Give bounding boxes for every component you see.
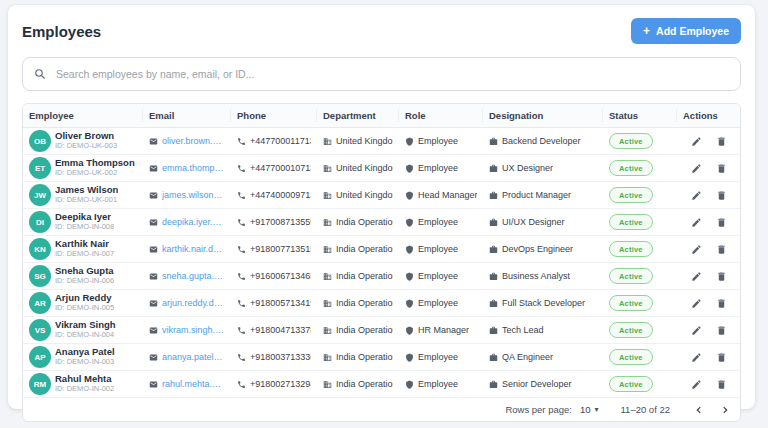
delete-button[interactable]: [716, 163, 727, 174]
pager-controls: [694, 405, 730, 415]
previous-page-button[interactable]: [694, 405, 704, 415]
edit-button[interactable]: [691, 298, 702, 309]
status-badge: Active: [609, 349, 653, 365]
email-cell: sneha.gupta.demo@...: [143, 271, 231, 281]
shield-icon: [405, 245, 414, 254]
next-page-button[interactable]: [720, 405, 730, 415]
actions-cell: [677, 298, 740, 309]
shield-icon: [405, 272, 414, 281]
designation-cell: DevOps Engineer: [483, 244, 603, 254]
trash-icon: [716, 298, 727, 309]
building-icon: [323, 353, 332, 362]
search-input[interactable]: [54, 67, 729, 81]
add-employee-button[interactable]: + Add Employee: [631, 18, 741, 44]
avatar: AR: [29, 292, 51, 314]
role-cell: Employee: [399, 298, 483, 308]
pagination-range: 11–20 of 22: [621, 404, 670, 415]
employee-id: ID: DEMO-IN-003: [55, 358, 115, 367]
mail-icon: [149, 380, 158, 389]
email-link[interactable]: ananya.patel.demo...: [162, 352, 225, 362]
phone-icon: [237, 245, 246, 254]
phone-icon: [237, 164, 246, 173]
email-link[interactable]: arjun.reddy.demo@a...: [162, 298, 225, 308]
designation-cell: Backend Developer: [483, 136, 603, 146]
role-cell: Employee: [399, 352, 483, 362]
employee-cell: RM Rahul Mehta ID: DEMO-IN-002: [23, 373, 143, 395]
trash-icon: [716, 244, 727, 255]
building-icon: [323, 272, 332, 281]
email-link[interactable]: deepika.iyer.demo@...: [162, 217, 225, 227]
edit-button[interactable]: [691, 271, 702, 282]
trash-icon: [716, 271, 727, 282]
email-link[interactable]: sneha.gupta.demo@...: [162, 271, 225, 281]
department-cell: India Operations: [317, 271, 399, 281]
trash-icon: [716, 325, 727, 336]
edit-button[interactable]: [691, 163, 702, 174]
edit-button[interactable]: [691, 379, 702, 390]
delete-button[interactable]: [716, 244, 727, 255]
email-link[interactable]: rahul.mehta.demo@...: [162, 379, 225, 389]
edit-button[interactable]: [691, 325, 702, 336]
status-cell: Active: [603, 214, 677, 230]
employee-id: ID: DEMO-IN-005: [55, 304, 114, 313]
phone-icon: [237, 380, 246, 389]
table-row: SG Sneha Gupta ID: DEMO-IN-006 sneha.gup…: [23, 263, 740, 290]
briefcase-icon: [489, 380, 498, 389]
phone-number: +918007713515: [250, 244, 311, 254]
plus-icon: +: [643, 27, 650, 35]
status-badge: Active: [609, 187, 653, 203]
department-name: India Operations: [336, 379, 393, 389]
email-cell: emma.thompson.de...: [143, 163, 231, 173]
phone-number: +447700011713: [250, 136, 311, 146]
pencil-icon: [691, 244, 702, 255]
mail-icon: [149, 326, 158, 335]
trash-icon: [716, 352, 727, 363]
email-link[interactable]: james.wilson.demo...: [162, 190, 225, 200]
edit-button[interactable]: [691, 244, 702, 255]
mail-icon: [149, 272, 158, 281]
email-link[interactable]: emma.thompson.de...: [162, 163, 225, 173]
briefcase-icon: [489, 218, 498, 227]
edit-button[interactable]: [691, 136, 702, 147]
delete-button[interactable]: [716, 379, 727, 390]
delete-button[interactable]: [716, 325, 727, 336]
role-name: Employee: [418, 379, 458, 389]
table-row: AP Ananya Patel ID: DEMO-IN-003 ananya.p…: [23, 344, 740, 371]
rows-per-page-label: Rows per page:: [505, 404, 572, 415]
email-cell: karthik.nair.demo@a...: [143, 244, 231, 254]
delete-button[interactable]: [716, 190, 727, 201]
delete-button[interactable]: [716, 271, 727, 282]
delete-button[interactable]: [716, 217, 727, 228]
phone-icon: [237, 137, 246, 146]
edit-button[interactable]: [691, 352, 702, 363]
designation-cell: UI/UX Designer: [483, 217, 603, 227]
rows-per-page-select[interactable]: 10 ▾: [580, 404, 599, 415]
email-cell: oliver.brown.demo@...: [143, 136, 231, 146]
employees-card: Employees + Add Employee Employee Email …: [8, 5, 755, 409]
pencil-icon: [691, 271, 702, 282]
actions-cell: [677, 271, 740, 282]
designation-cell: Product Manager: [483, 190, 603, 200]
email-link[interactable]: karthik.nair.demo@a...: [162, 244, 225, 254]
employee-id: ID: DEMO-UK-002: [55, 169, 135, 178]
status-cell: Active: [603, 160, 677, 176]
department-cell: India Operations: [317, 298, 399, 308]
delete-button[interactable]: [716, 298, 727, 309]
briefcase-icon: [489, 299, 498, 308]
status-badge: Active: [609, 160, 653, 176]
pencil-icon: [691, 136, 702, 147]
actions-cell: [677, 136, 740, 147]
table-row: KN Karthik Nair ID: DEMO-IN-007 karthik.…: [23, 236, 740, 263]
employee-cell: ET Emma Thompson ID: DEMO-UK-002: [23, 157, 143, 179]
pencil-icon: [691, 163, 702, 174]
delete-button[interactable]: [716, 136, 727, 147]
delete-button[interactable]: [716, 352, 727, 363]
avatar: JW: [29, 184, 51, 206]
email-link[interactable]: vikram.singh.demo...: [162, 325, 225, 335]
department-cell: India Operations: [317, 379, 399, 389]
edit-button[interactable]: [691, 217, 702, 228]
edit-button[interactable]: [691, 190, 702, 201]
email-link[interactable]: oliver.brown.demo@...: [162, 136, 225, 146]
employee-cell: DI Deepika Iyer ID: DEMO-IN-008: [23, 211, 143, 233]
department-cell: United Kingdom Operations: [317, 136, 399, 146]
